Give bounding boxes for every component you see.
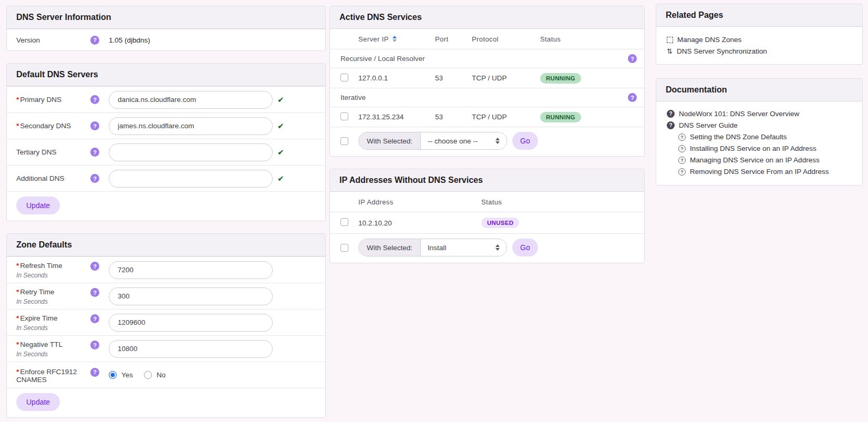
rfc1912-yes-radio[interactable] bbox=[109, 371, 117, 379]
section-label: Iterative bbox=[340, 94, 366, 101]
doc-link-nodeworx-101[interactable]: ? NodeWorx 101: DNS Server Overview bbox=[667, 110, 852, 118]
server-ip-column-header[interactable]: Server IP bbox=[358, 35, 435, 43]
help-icon[interactable]: ? bbox=[90, 121, 99, 130]
dropdown-selected-value: -- choose one -- bbox=[428, 137, 478, 145]
unit-sublabel: In Seconds bbox=[16, 272, 87, 279]
ip-without-dns-card: IP Addresses Without DNS Services IP Add… bbox=[329, 169, 645, 263]
negative-ttl-input[interactable] bbox=[109, 340, 273, 358]
refresh-time-row: *Refresh Time In Seconds ? bbox=[7, 256, 325, 283]
server-ip-header-label: Server IP bbox=[358, 35, 389, 43]
question-outline-icon: ? bbox=[678, 168, 686, 176]
with-selected-dropdown[interactable]: Install bbox=[421, 239, 507, 256]
help-icon[interactable]: ? bbox=[90, 95, 99, 104]
port-column-header: Port bbox=[435, 35, 472, 43]
card-header: DNS Server Information bbox=[7, 6, 325, 29]
protocol-column-header: Protocol bbox=[472, 35, 540, 43]
additional-dns-label: Additional DNS bbox=[16, 174, 65, 182]
question-outline-icon: ? bbox=[678, 145, 686, 152]
expire-time-label: Expire Time bbox=[20, 314, 57, 322]
documentation-card: Documentation ? NodeWorx 101: DNS Server… bbox=[656, 78, 863, 186]
doc-link-label: Setting the DNS Zone Defaults bbox=[690, 133, 787, 141]
doc-link-setting-zone-defaults[interactable]: ? Setting the DNS Zone Defaults bbox=[678, 133, 852, 141]
row-checkbox[interactable] bbox=[340, 218, 348, 226]
sort-icon[interactable] bbox=[392, 36, 397, 42]
secondary-dns-row: *Secondary DNS ? ✔ bbox=[7, 112, 325, 139]
zones-grid-icon bbox=[667, 37, 673, 43]
rfc1912-no-label: No bbox=[157, 371, 166, 379]
refresh-time-input[interactable] bbox=[109, 261, 273, 279]
link-manage-dns-zones[interactable]: Manage DNS Zones bbox=[667, 36, 852, 44]
link-label: Manage DNS Zones bbox=[677, 36, 741, 44]
select-all-checkbox[interactable] bbox=[340, 244, 348, 252]
link-dns-server-synchronization[interactable]: ⇅ DNS Server Synchronization bbox=[667, 47, 852, 55]
version-row: Version ? 1.05 (djbdns) bbox=[7, 29, 325, 50]
sync-arrows-icon: ⇅ bbox=[667, 48, 673, 55]
primary-dns-input[interactable] bbox=[109, 91, 273, 109]
server-ip-cell: 127.0.0.1 bbox=[358, 74, 435, 82]
card-header: IP Addresses Without DNS Services bbox=[330, 169, 644, 192]
update-zone-defaults-button[interactable]: Update bbox=[16, 393, 60, 411]
services-table-header: Server IP Port Protocol Status bbox=[330, 29, 644, 49]
tertiary-dns-label: Tertiary DNS bbox=[16, 148, 57, 156]
help-icon[interactable]: ? bbox=[90, 341, 99, 349]
rfc1912-no-radio[interactable] bbox=[144, 371, 152, 379]
server-ip-cell: 172.31.25.234 bbox=[358, 113, 435, 121]
iterative-section-row: Iterative ? bbox=[330, 88, 644, 107]
ip-address-column-header: IP Address bbox=[358, 198, 481, 206]
expire-time-input[interactable] bbox=[109, 314, 273, 332]
service-row-172-31-25-234: 172.31.25.234 53 TCP / UDP RUNNING bbox=[330, 107, 644, 127]
negative-ttl-label: Negative TTL bbox=[20, 341, 63, 348]
required-asterisk: * bbox=[16, 341, 19, 348]
doc-link-installing-dns-service[interactable]: ? Installing DNS Service on an IP Addres… bbox=[678, 145, 852, 152]
help-icon[interactable]: ? bbox=[90, 262, 99, 271]
tertiary-dns-input[interactable] bbox=[109, 143, 273, 161]
help-icon[interactable]: ? bbox=[90, 288, 99, 297]
unit-sublabel: In Seconds bbox=[16, 351, 87, 358]
unit-sublabel: In Seconds bbox=[16, 298, 87, 305]
help-icon[interactable]: ? bbox=[90, 314, 99, 323]
select-all-checkbox[interactable] bbox=[340, 137, 348, 145]
status-badge: UNUSED bbox=[481, 218, 519, 228]
middle-column: Active DNS Services Server IP Port Proto… bbox=[329, 6, 645, 275]
protocol-cell: TCP / UDP bbox=[472, 74, 540, 82]
help-icon[interactable]: ? bbox=[90, 36, 99, 45]
help-icon[interactable]: ? bbox=[628, 54, 637, 63]
help-icon[interactable]: ? bbox=[628, 93, 637, 102]
go-button[interactable]: Go bbox=[512, 132, 538, 150]
row-checkbox[interactable] bbox=[340, 74, 348, 81]
section-label: Recursive / Local Resolver bbox=[340, 55, 425, 63]
question-filled-icon: ? bbox=[667, 110, 675, 118]
required-asterisk: * bbox=[16, 122, 19, 130]
row-checkbox[interactable] bbox=[340, 112, 348, 120]
doc-link-label: Managing DNS Service on an IP Address bbox=[690, 156, 820, 164]
valid-check-icon: ✔ bbox=[277, 148, 284, 157]
card-footer: Update bbox=[7, 388, 325, 417]
dropdown-selected-value: Install bbox=[428, 244, 446, 252]
with-selected-dropdown[interactable]: -- choose one -- bbox=[421, 132, 507, 149]
update-dns-servers-button[interactable]: Update bbox=[16, 197, 60, 214]
left-column: DNS Server Information Version ? 1.05 (d… bbox=[6, 6, 326, 422]
related-pages-list: Manage DNS Zones ⇅ DNS Server Synchroniz… bbox=[656, 27, 862, 64]
additional-dns-input[interactable] bbox=[109, 170, 273, 188]
doc-link-label: DNS Server Guide bbox=[679, 121, 738, 129]
go-button[interactable]: Go bbox=[512, 239, 538, 256]
card-title: Active DNS Services bbox=[339, 13, 422, 22]
secondary-dns-label: Secondary DNS bbox=[20, 122, 71, 130]
related-pages-card: Related Pages Manage DNS Zones ⇅ DNS Ser… bbox=[656, 4, 863, 65]
help-icon[interactable]: ? bbox=[90, 368, 99, 377]
doc-link-dns-server-guide[interactable]: ? DNS Server Guide bbox=[667, 121, 852, 129]
card-title: Documentation bbox=[666, 85, 727, 94]
status-column-header: Status bbox=[540, 35, 634, 43]
card-title: DNS Server Information bbox=[16, 13, 111, 22]
help-icon[interactable]: ? bbox=[90, 148, 99, 157]
card-title: Related Pages bbox=[666, 11, 723, 19]
doc-link-label: NodeWorx 101: DNS Server Overview bbox=[679, 110, 799, 118]
card-header: Documentation bbox=[656, 79, 862, 101]
doc-link-removing-dns-service[interactable]: ? Removing DNS Service From an IP Addres… bbox=[678, 168, 852, 176]
service-row-127-0-0-1: 127.0.0.1 53 TCP / UDP RUNNING bbox=[330, 68, 644, 88]
negative-ttl-row: *Negative TTL In Seconds ? bbox=[7, 335, 325, 362]
retry-time-input[interactable] bbox=[109, 287, 273, 305]
help-icon[interactable]: ? bbox=[90, 174, 99, 183]
secondary-dns-input[interactable] bbox=[109, 117, 273, 135]
doc-link-managing-dns-service[interactable]: ? Managing DNS Service on an IP Address bbox=[678, 156, 852, 164]
